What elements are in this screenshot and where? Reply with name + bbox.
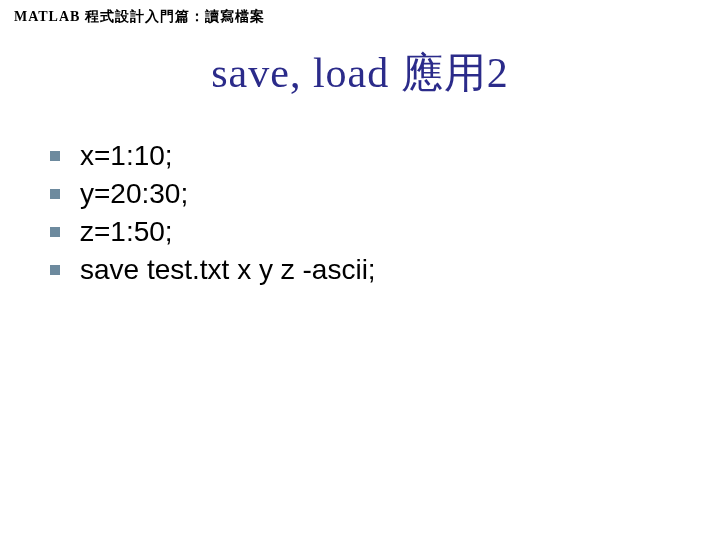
square-bullet-icon xyxy=(50,189,60,199)
list-item: save test.txt x y z -ascii; xyxy=(50,254,376,286)
list-item-text: save test.txt x y z -ascii; xyxy=(80,254,376,286)
list-item: x=1:10; xyxy=(50,140,376,172)
list-item-text: z=1:50; xyxy=(80,216,173,248)
square-bullet-icon xyxy=(50,151,60,161)
list-item-text: y=20:30; xyxy=(80,178,188,210)
slide-title: save, load 應用2 xyxy=(0,45,720,101)
list-item: y=20:30; xyxy=(50,178,376,210)
square-bullet-icon xyxy=(50,227,60,237)
slide-header: MATLAB 程式設計入門篇：讀寫檔案 xyxy=(14,8,265,26)
bullet-list: x=1:10; y=20:30; z=1:50; save test.txt x… xyxy=(50,140,376,292)
square-bullet-icon xyxy=(50,265,60,275)
list-item: z=1:50; xyxy=(50,216,376,248)
list-item-text: x=1:10; xyxy=(80,140,173,172)
